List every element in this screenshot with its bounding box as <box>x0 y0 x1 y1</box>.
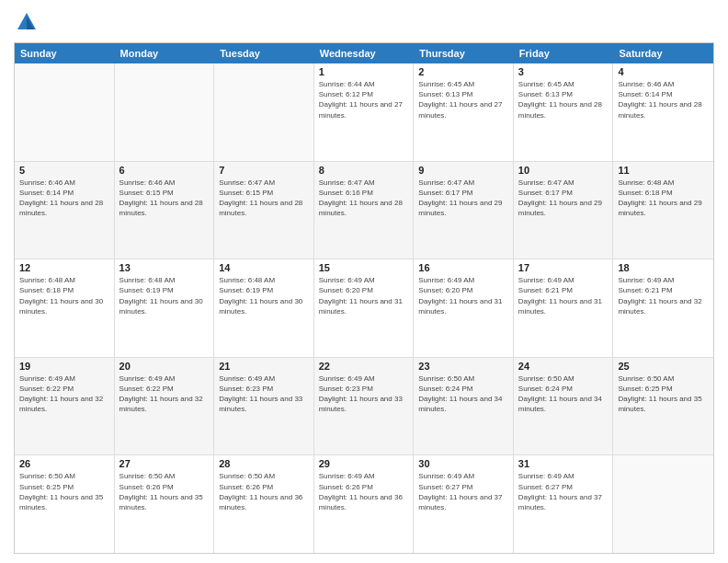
calendar-day-cell: 10Sunrise: 6:47 AM Sunset: 6:17 PM Dayli… <box>514 162 614 259</box>
day-info: Sunrise: 6:49 AM Sunset: 6:23 PM Dayligh… <box>219 373 309 415</box>
day-number: 30 <box>418 458 508 469</box>
day-info: Sunrise: 6:45 AM Sunset: 6:13 PM Dayligh… <box>518 79 609 121</box>
day-number: 1 <box>319 66 409 77</box>
calendar-week-row: 1Sunrise: 6:44 AM Sunset: 6:12 PM Daylig… <box>15 63 713 162</box>
calendar-day-cell: 18Sunrise: 6:49 AM Sunset: 6:21 PM Dayli… <box>613 259 713 357</box>
day-info: Sunrise: 6:47 AM Sunset: 6:15 PM Dayligh… <box>219 178 309 219</box>
day-number: 7 <box>219 165 309 176</box>
day-info: Sunrise: 6:49 AM Sunset: 6:20 PM Dayligh… <box>319 275 409 316</box>
day-number: 4 <box>618 66 709 77</box>
header <box>14 9 714 35</box>
calendar-day-cell: 13Sunrise: 6:48 AM Sunset: 6:19 PM Dayli… <box>115 259 215 357</box>
calendar-empty-cell <box>214 63 314 161</box>
day-info: Sunrise: 6:49 AM Sunset: 6:22 PM Dayligh… <box>19 373 109 415</box>
calendar-day-cell: 30Sunrise: 6:49 AM Sunset: 6:27 PM Dayli… <box>414 455 514 553</box>
calendar-day-cell: 9Sunrise: 6:47 AM Sunset: 6:17 PM Daylig… <box>414 162 514 259</box>
calendar-day-cell: 27Sunrise: 6:50 AM Sunset: 6:26 PM Dayli… <box>115 455 215 553</box>
calendar-week-row: 19Sunrise: 6:49 AM Sunset: 6:22 PM Dayli… <box>15 358 713 456</box>
calendar-day-cell: 6Sunrise: 6:46 AM Sunset: 6:15 PM Daylig… <box>115 162 215 259</box>
day-number: 16 <box>418 262 508 273</box>
calendar-day-cell: 19Sunrise: 6:49 AM Sunset: 6:22 PM Dayli… <box>15 358 115 455</box>
calendar-header-row: SundayMondayTuesdayWednesdayThursdayFrid… <box>15 43 713 63</box>
day-info: Sunrise: 6:49 AM Sunset: 6:26 PM Dayligh… <box>319 471 409 512</box>
day-info: Sunrise: 6:48 AM Sunset: 6:18 PM Dayligh… <box>19 275 109 316</box>
calendar-day-cell: 20Sunrise: 6:49 AM Sunset: 6:22 PM Dayli… <box>115 358 215 455</box>
day-info: Sunrise: 6:44 AM Sunset: 6:12 PM Dayligh… <box>319 79 409 121</box>
day-number: 25 <box>618 361 709 372</box>
calendar-day-cell: 2Sunrise: 6:45 AM Sunset: 6:13 PM Daylig… <box>414 63 514 161</box>
day-info: Sunrise: 6:50 AM Sunset: 6:26 PM Dayligh… <box>219 471 309 512</box>
calendar-day-cell: 7Sunrise: 6:47 AM Sunset: 6:15 PM Daylig… <box>214 162 314 259</box>
calendar-day-cell: 16Sunrise: 6:49 AM Sunset: 6:20 PM Dayli… <box>414 259 514 357</box>
day-number: 8 <box>319 165 409 176</box>
day-info: Sunrise: 6:45 AM Sunset: 6:13 PM Dayligh… <box>418 79 508 121</box>
calendar-day-cell: 11Sunrise: 6:48 AM Sunset: 6:18 PM Dayli… <box>613 162 713 259</box>
day-number: 17 <box>518 262 609 273</box>
day-info: Sunrise: 6:50 AM Sunset: 6:25 PM Dayligh… <box>618 373 709 415</box>
day-number: 10 <box>518 165 609 176</box>
calendar-header-cell: Wednesday <box>314 43 415 63</box>
calendar-header-cell: Tuesday <box>214 43 314 63</box>
day-number: 14 <box>219 262 309 273</box>
calendar-empty-cell <box>115 63 215 161</box>
day-info: Sunrise: 6:46 AM Sunset: 6:14 PM Dayligh… <box>618 79 709 121</box>
day-info: Sunrise: 6:46 AM Sunset: 6:14 PM Dayligh… <box>19 178 109 219</box>
calendar-header-cell: Saturday <box>613 43 713 63</box>
day-info: Sunrise: 6:49 AM Sunset: 6:21 PM Dayligh… <box>618 275 709 316</box>
day-info: Sunrise: 6:48 AM Sunset: 6:18 PM Dayligh… <box>618 178 709 219</box>
day-number: 21 <box>219 361 309 372</box>
day-number: 23 <box>418 361 508 372</box>
calendar-day-cell: 21Sunrise: 6:49 AM Sunset: 6:23 PM Dayli… <box>214 358 314 455</box>
day-number: 18 <box>618 262 709 273</box>
day-number: 27 <box>119 458 210 469</box>
day-number: 28 <box>219 458 309 469</box>
day-info: Sunrise: 6:49 AM Sunset: 6:27 PM Dayligh… <box>518 471 609 512</box>
calendar-day-cell: 3Sunrise: 6:45 AM Sunset: 6:13 PM Daylig… <box>514 63 614 161</box>
page: SundayMondayTuesdayWednesdayThursdayFrid… <box>0 0 728 563</box>
day-info: Sunrise: 6:48 AM Sunset: 6:19 PM Dayligh… <box>219 275 309 316</box>
calendar-week-row: 12Sunrise: 6:48 AM Sunset: 6:18 PM Dayli… <box>15 259 713 358</box>
day-number: 13 <box>119 262 210 273</box>
day-number: 19 <box>19 361 109 372</box>
calendar-day-cell: 12Sunrise: 6:48 AM Sunset: 6:18 PM Dayli… <box>15 259 115 357</box>
calendar-header-cell: Sunday <box>15 43 115 63</box>
calendar-week-row: 5Sunrise: 6:46 AM Sunset: 6:14 PM Daylig… <box>15 162 713 260</box>
calendar-day-cell: 1Sunrise: 6:44 AM Sunset: 6:12 PM Daylig… <box>314 63 415 161</box>
day-number: 2 <box>418 66 508 77</box>
day-info: Sunrise: 6:49 AM Sunset: 6:23 PM Dayligh… <box>319 373 409 415</box>
calendar: SundayMondayTuesdayWednesdayThursdayFrid… <box>14 42 714 554</box>
calendar-empty-cell <box>15 63 115 161</box>
calendar-day-cell: 14Sunrise: 6:48 AM Sunset: 6:19 PM Dayli… <box>214 259 314 357</box>
logo-icon <box>14 9 40 35</box>
calendar-empty-cell <box>613 455 713 553</box>
day-info: Sunrise: 6:49 AM Sunset: 6:20 PM Dayligh… <box>418 275 508 316</box>
calendar-day-cell: 29Sunrise: 6:49 AM Sunset: 6:26 PM Dayli… <box>314 455 415 553</box>
calendar-day-cell: 22Sunrise: 6:49 AM Sunset: 6:23 PM Dayli… <box>314 358 415 455</box>
day-number: 3 <box>518 66 609 77</box>
day-info: Sunrise: 6:49 AM Sunset: 6:22 PM Dayligh… <box>119 373 210 415</box>
calendar-day-cell: 26Sunrise: 6:50 AM Sunset: 6:25 PM Dayli… <box>15 455 115 553</box>
day-number: 20 <box>119 361 210 372</box>
day-info: Sunrise: 6:46 AM Sunset: 6:15 PM Dayligh… <box>119 178 210 219</box>
day-number: 29 <box>319 458 409 469</box>
calendar-header-cell: Friday <box>514 43 614 63</box>
calendar-day-cell: 15Sunrise: 6:49 AM Sunset: 6:20 PM Dayli… <box>314 259 415 357</box>
day-number: 26 <box>19 458 109 469</box>
day-info: Sunrise: 6:50 AM Sunset: 6:26 PM Dayligh… <box>119 471 210 512</box>
day-info: Sunrise: 6:50 AM Sunset: 6:24 PM Dayligh… <box>418 373 508 415</box>
day-number: 24 <box>518 361 609 372</box>
calendar-day-cell: 17Sunrise: 6:49 AM Sunset: 6:21 PM Dayli… <box>514 259 614 357</box>
calendar-day-cell: 23Sunrise: 6:50 AM Sunset: 6:24 PM Dayli… <box>414 358 514 455</box>
day-info: Sunrise: 6:49 AM Sunset: 6:21 PM Dayligh… <box>518 275 609 316</box>
logo <box>14 9 43 35</box>
day-info: Sunrise: 6:47 AM Sunset: 6:16 PM Dayligh… <box>319 178 409 219</box>
day-info: Sunrise: 6:50 AM Sunset: 6:24 PM Dayligh… <box>518 373 609 415</box>
day-info: Sunrise: 6:47 AM Sunset: 6:17 PM Dayligh… <box>418 178 508 219</box>
calendar-day-cell: 4Sunrise: 6:46 AM Sunset: 6:14 PM Daylig… <box>613 63 713 161</box>
calendar-header-cell: Thursday <box>414 43 514 63</box>
day-number: 11 <box>618 165 709 176</box>
day-number: 6 <box>119 165 210 176</box>
day-number: 9 <box>418 165 508 176</box>
day-info: Sunrise: 6:47 AM Sunset: 6:17 PM Dayligh… <box>518 178 609 219</box>
calendar-day-cell: 25Sunrise: 6:50 AM Sunset: 6:25 PM Dayli… <box>613 358 713 455</box>
